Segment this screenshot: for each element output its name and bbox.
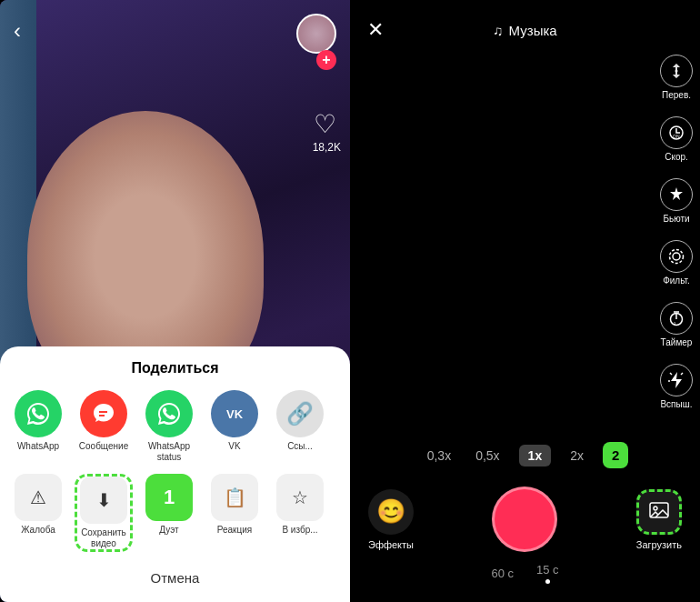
speed-icon: ON (660, 116, 693, 149)
time-15s[interactable]: 15 с (536, 563, 559, 584)
action-item-save[interactable]: ⬇ Сохранить видео (75, 474, 133, 552)
flip-label: Перев. (662, 90, 691, 100)
share-row: WhatsApp Сообщение WhatsApp status (9, 390, 341, 463)
action-item-duet[interactable]: 1 Дуэт (140, 474, 198, 552)
music-note-icon: ♫ (493, 23, 503, 38)
toolbar-item-timer[interactable]: 3 Таймер (660, 302, 693, 347)
share-title: Поделиться (9, 360, 341, 376)
upload-label: Загрузить (636, 539, 682, 550)
action-item-complaint[interactable]: ⚠ Жалоба (9, 474, 67, 552)
right-panel: ✕ ♫ Музыка Перев. O (350, 0, 700, 602)
time-indicator-dot (545, 579, 550, 584)
bottom-controls: 0,3x 0,5x 1x 2x 2 😊 Эффекты (350, 442, 700, 584)
speed-0_5x[interactable]: 0,5x (470, 445, 505, 467)
svg-line-11 (670, 373, 672, 375)
svg-marker-10 (671, 372, 682, 388)
svg-point-5 (670, 250, 684, 264)
timer-icon: 3 (660, 302, 693, 335)
cancel-button[interactable]: Отмена (9, 563, 341, 593)
complaint-icon: ⚠ (15, 474, 62, 521)
link-icon: 🔗 (276, 390, 324, 437)
share-item-link[interactable]: 🔗 Ссы... (271, 390, 329, 463)
speed-0_3x[interactable]: 0,3x (422, 445, 456, 467)
right-toolbar: Перев. ON Скор. Бьюти (660, 55, 693, 409)
whatsapp-icon (15, 390, 62, 437)
flip-icon (660, 55, 693, 87)
svg-point-4 (673, 253, 680, 260)
svg-line-12 (681, 373, 683, 375)
follow-plus-button[interactable]: + (316, 50, 336, 70)
effects-icon: 😊 (368, 489, 414, 535)
timer-label: Таймер (661, 337, 693, 347)
save-label: Сохранить видео (77, 527, 130, 549)
favorites-label: В избр... (282, 525, 317, 536)
beauty-label: Бьюти (663, 214, 689, 224)
close-button[interactable]: ✕ (359, 14, 392, 46)
action-row: ⚠ Жалоба ⬇ Сохранить видео 1 Дуэт 📋 Реак… (9, 474, 341, 552)
flash-label: Вспыш. (660, 399, 692, 409)
share-sheet: Поделиться WhatsApp Сообщение (0, 346, 350, 602)
reaction-label: Реакция (217, 525, 252, 536)
share-item-message[interactable]: Сообщение (75, 390, 133, 463)
reaction-icon: 📋 (211, 474, 258, 521)
actions-row: 😊 Эффекты Загрузить (350, 487, 700, 552)
svg-point-0 (675, 70, 678, 73)
time-row: 60 с 15 с (350, 563, 700, 584)
duet-label: Дуэт (159, 525, 178, 536)
speed-label: Скор. (665, 152, 688, 162)
speed-2x[interactable]: 2x (565, 445, 589, 467)
toolbar-item-beauty[interactable]: Бьюти (660, 178, 693, 224)
whatsapp-status-icon (145, 390, 193, 437)
toolbar-item-filter[interactable]: Фильт. (660, 240, 693, 286)
complaint-label: Жалоба (21, 525, 55, 536)
upload-icon (636, 489, 682, 535)
filter-icon (660, 240, 693, 273)
toolbar-item-speed[interactable]: ON Скор. (660, 116, 693, 162)
back-button[interactable]: ‹ (14, 18, 21, 44)
music-title: ♫ Музыка (493, 23, 556, 38)
left-panel: ‹ + ♡ 18,2K Поделиться WhatsApp (0, 0, 350, 602)
speed-1x[interactable]: 1x (519, 445, 552, 467)
effects-button[interactable]: 😊 Эффекты (368, 489, 414, 550)
message-label: Сообщение (79, 441, 128, 452)
share-item-whatsapp-status[interactable]: WhatsApp status (140, 390, 198, 463)
message-icon (80, 390, 127, 437)
like-count: 18,2K (313, 141, 341, 154)
time-60s[interactable]: 60 с (491, 567, 514, 580)
svg-point-15 (654, 507, 657, 510)
record-button[interactable] (492, 487, 557, 552)
save-icon: ⬇ (80, 477, 127, 524)
action-item-reaction[interactable]: 📋 Реакция (205, 474, 264, 552)
speed-row: 0,3x 0,5x 1x 2x 2 (350, 442, 700, 468)
share-item-whatsapp[interactable]: WhatsApp (9, 390, 67, 463)
whatsapp-status-label: WhatsApp status (140, 441, 198, 463)
upload-button[interactable]: Загрузить (636, 489, 682, 550)
vk-icon: VK (211, 390, 258, 437)
speed-2-badge[interactable]: 2 (603, 442, 628, 468)
flash-icon (660, 364, 693, 396)
music-title-text: Музыка (509, 23, 557, 38)
duet-icon: 1 (145, 474, 193, 521)
toolbar-item-flip[interactable]: Перев. (660, 55, 693, 100)
avatar[interactable] (296, 14, 336, 54)
filter-label: Фильт. (663, 276, 690, 286)
action-item-favorites[interactable]: ☆ В избр... (271, 474, 329, 552)
toolbar-item-flash[interactable]: Вспыш. (660, 364, 693, 409)
favorites-icon: ☆ (276, 474, 324, 521)
svg-marker-3 (670, 187, 683, 200)
share-item-vk[interactable]: VK VK (205, 390, 264, 463)
effects-label: Эффекты (368, 539, 414, 550)
heart-icon: ♡ (314, 109, 336, 139)
vk-label: VK (228, 441, 240, 452)
link-label: Ссы... (287, 441, 313, 452)
right-header: ✕ ♫ Музыка (350, 0, 700, 55)
beauty-icon (660, 178, 693, 211)
whatsapp-label: WhatsApp (17, 441, 59, 452)
svg-text:ON: ON (673, 134, 680, 139)
